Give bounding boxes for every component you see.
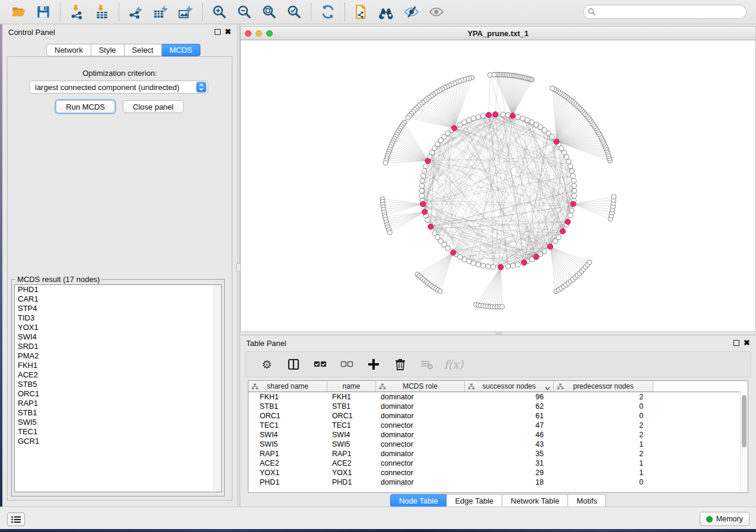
- zoom-fit-icon[interactable]: [261, 4, 277, 20]
- network-node[interactable]: [420, 178, 425, 183]
- mcds-node[interactable]: [547, 244, 553, 249]
- table-row[interactable]: PHD1PHD1dominator180: [248, 477, 740, 487]
- horizontal-splitter[interactable]: [240, 331, 756, 335]
- tab-network-table[interactable]: Network Table: [502, 494, 568, 507]
- column-header-successor-nodes[interactable]: successor nodes: [465, 381, 554, 392]
- network-node[interactable]: [572, 188, 577, 193]
- mcds-result-item[interactable]: SRD1: [15, 342, 221, 351]
- mcds-result-item[interactable]: SWI4: [15, 332, 221, 342]
- tab-edge-table[interactable]: Edge Table: [446, 494, 502, 507]
- network-node[interactable]: [445, 246, 450, 251]
- close-panel-button[interactable]: Close panel: [123, 100, 184, 113]
- mcds-result-item[interactable]: STP4: [15, 304, 221, 313]
- scrollbar-thumb[interactable]: [742, 395, 747, 447]
- mcds-result-item[interactable]: STB5: [15, 380, 221, 389]
- network-node[interactable]: [422, 168, 426, 173]
- network-node[interactable]: [476, 262, 480, 267]
- float-table-panel-icon[interactable]: [733, 340, 739, 346]
- network-node[interactable]: [572, 183, 576, 188]
- export-network-icon[interactable]: [128, 4, 143, 20]
- zoom-selected-icon[interactable]: [286, 4, 302, 20]
- network-node[interactable]: [457, 122, 462, 127]
- memory-button[interactable]: Memory: [700, 512, 749, 526]
- import-table-icon[interactable]: [94, 4, 110, 20]
- network-node[interactable]: [571, 178, 576, 183]
- network-node[interactable]: [471, 261, 476, 265]
- mcds-node[interactable]: [534, 254, 539, 259]
- select-all-columns-icon[interactable]: [313, 357, 327, 371]
- run-mcds-button[interactable]: Run MCDS: [56, 100, 115, 113]
- network-node[interactable]: [462, 257, 467, 262]
- mcds-result-list[interactable]: PHD1CAR1STP4TID3YOX1SWI4SRD1PMA2FKH1ACE2…: [14, 284, 222, 492]
- network-node[interactable]: [542, 249, 547, 254]
- mcds-node[interactable]: [493, 112, 498, 117]
- tab-style[interactable]: Style: [91, 44, 125, 56]
- network-node[interactable]: [500, 112, 505, 117]
- network-node[interactable]: [569, 168, 574, 173]
- network-leaf-node[interactable]: [406, 116, 410, 120]
- mcds-node[interactable]: [428, 224, 433, 229]
- network-node[interactable]: [486, 264, 490, 269]
- column-header-MCDS-role[interactable]: MCDS role: [376, 381, 465, 392]
- mcds-node[interactable]: [425, 158, 430, 164]
- mcds-node[interactable]: [570, 201, 576, 207]
- import-network-icon[interactable]: [69, 4, 85, 20]
- sort-indicator-icon[interactable]: [545, 384, 550, 392]
- network-node[interactable]: [570, 174, 575, 178]
- clone-network-icon[interactable]: [354, 4, 369, 20]
- tab-select[interactable]: Select: [125, 44, 162, 56]
- network-node[interactable]: [490, 265, 495, 270]
- table-row[interactable]: ORC1ORC1dominator610: [248, 411, 740, 421]
- table-row[interactable]: STB1STB1dominator620: [248, 402, 740, 411]
- network-node[interactable]: [481, 113, 486, 118]
- result-scrollbar[interactable]: [213, 285, 221, 492]
- network-leaf-node[interactable]: [587, 260, 592, 265]
- mcds-node[interactable]: [422, 209, 428, 214]
- network-node[interactable]: [525, 118, 529, 123]
- table-row[interactable]: ACE2ACE2connector311: [248, 459, 740, 468]
- mcds-node[interactable]: [498, 264, 503, 270]
- column-header-predecessor-nodes[interactable]: predecessor nodes: [554, 381, 653, 392]
- mcds-result-item[interactable]: RAP1: [15, 399, 221, 408]
- task-history-button[interactable]: [7, 512, 25, 526]
- search-field[interactable]: [583, 5, 747, 19]
- network-node[interactable]: [425, 217, 430, 222]
- close-panel-icon[interactable]: ✖: [225, 29, 231, 35]
- network-leaf-node[interactable]: [383, 161, 388, 165]
- mcds-result-item[interactable]: ACE2: [15, 370, 221, 380]
- network-node[interactable]: [556, 235, 561, 239]
- mcds-node[interactable]: [486, 112, 492, 117]
- mcds-result-item[interactable]: YOX1: [15, 323, 221, 332]
- table-row[interactable]: FKH1FKH1dominator962: [248, 392, 740, 402]
- mcds-result-item[interactable]: TEC1: [15, 427, 221, 437]
- network-node[interactable]: [568, 164, 573, 168]
- create-column-icon[interactable]: [366, 357, 381, 371]
- network-node[interactable]: [569, 208, 574, 213]
- network-node[interactable]: [515, 262, 520, 267]
- hide-selected-icon[interactable]: [404, 4, 419, 20]
- tab-motifs[interactable]: Motifs: [568, 494, 606, 507]
- optimization-criterion-select[interactable]: largest connected component (undirected): [29, 81, 208, 94]
- tab-mcds[interactable]: MCDS: [162, 44, 200, 56]
- mcds-result-item[interactable]: PMA2: [15, 351, 221, 361]
- network-node[interactable]: [419, 193, 424, 198]
- search-input[interactable]: [596, 6, 746, 18]
- show-all-icon[interactable]: [429, 4, 444, 20]
- network-node[interactable]: [471, 116, 476, 121]
- network-leaf-node[interactable]: [550, 86, 555, 91]
- network-node[interactable]: [423, 164, 428, 168]
- network-node[interactable]: [467, 118, 471, 123]
- close-table-panel-icon[interactable]: ✖: [744, 340, 750, 346]
- mcds-result-item[interactable]: PHD1: [15, 285, 221, 294]
- table-row[interactable]: YOX1YOX1connector291: [248, 468, 740, 477]
- mcds-node[interactable]: [554, 139, 559, 145]
- unselect-all-columns-icon[interactable]: [340, 357, 354, 371]
- mcds-node[interactable]: [560, 229, 566, 234]
- network-node[interactable]: [467, 259, 471, 264]
- zoom-out-icon[interactable]: [237, 4, 252, 20]
- network-node[interactable]: [419, 183, 424, 188]
- network-window-titlebar[interactable]: YPA_prune.txt_1: [240, 26, 756, 40]
- mcds-node[interactable]: [510, 113, 515, 118]
- table-row[interactable]: TEC1TEC1connector472: [248, 421, 740, 430]
- network-node[interactable]: [421, 174, 426, 178]
